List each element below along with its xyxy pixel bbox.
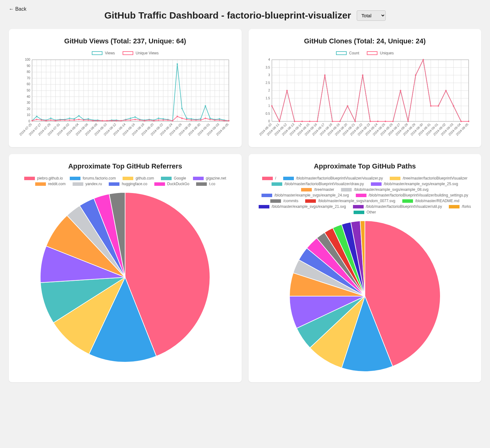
data-point[interactable]	[88, 119, 89, 121]
legend-item[interactable]: t.co	[196, 182, 215, 186]
data-point[interactable]	[415, 75, 416, 76]
legend-item[interactable]: reddit.com	[35, 182, 66, 186]
legend-item[interactable]: /blob/master/factorioBlueprintVisualizer…	[356, 193, 468, 197]
data-point[interactable]	[130, 118, 131, 119]
data-point[interactable]	[392, 121, 394, 122]
legend-item[interactable]: huggingface.co	[109, 182, 147, 186]
data-point[interactable]	[78, 115, 80, 116]
data-point[interactable]	[158, 118, 159, 119]
legend-item[interactable]: piebro.github.io	[24, 176, 63, 180]
data-point[interactable]	[332, 121, 333, 122]
data-point[interactable]	[228, 120, 229, 121]
data-point[interactable]	[191, 119, 192, 121]
metric-select[interactable]: Total	[357, 10, 386, 21]
data-point[interactable]	[36, 116, 37, 117]
data-point[interactable]	[468, 121, 469, 122]
data-point[interactable]	[219, 119, 220, 121]
data-point[interactable]	[172, 120, 173, 121]
data-point[interactable]	[301, 121, 303, 122]
data-point[interactable]	[50, 119, 52, 121]
legend-item[interactable]: /blob/master/example_svgs/example_25.svg	[371, 182, 458, 186]
data-point[interactable]	[205, 105, 206, 107]
data-point[interactable]	[177, 116, 178, 117]
data-point[interactable]	[205, 118, 206, 119]
legend-item[interactable]: /blob/master/factorioBlueprintVisualizer…	[353, 204, 442, 209]
data-point[interactable]	[162, 118, 164, 119]
data-point[interactable]	[347, 105, 348, 107]
legend-item[interactable]: /blob/master/example_svgs/example_08.svg	[341, 187, 428, 192]
data-point[interactable]	[377, 121, 378, 122]
data-point[interactable]	[385, 121, 386, 122]
legend-item[interactable]: /blob/master/example_svgs/example_21.svg	[259, 204, 346, 209]
data-point[interactable]	[181, 108, 183, 109]
legend-item[interactable]: yandex.ru	[73, 182, 102, 186]
data-point[interactable]	[46, 120, 47, 121]
data-point[interactable]	[158, 119, 159, 121]
legend-item[interactable]: Count	[336, 51, 359, 55]
data-point[interactable]	[107, 120, 108, 121]
legend-item[interactable]: Unique Views	[123, 51, 159, 55]
data-point[interactable]	[153, 120, 155, 121]
data-point[interactable]	[64, 119, 65, 121]
data-point[interactable]	[445, 90, 446, 91]
data-point[interactable]	[139, 119, 140, 121]
data-point[interactable]	[209, 118, 211, 119]
data-point[interactable]	[111, 120, 112, 121]
data-point[interactable]	[31, 120, 33, 121]
data-point[interactable]	[191, 118, 192, 119]
data-point[interactable]	[339, 121, 340, 122]
data-point[interactable]	[460, 121, 461, 122]
legend-item[interactable]: /tree/master/factorioBlueprintVisualizer	[390, 176, 467, 180]
legend-item[interactable]: github.com	[123, 176, 154, 180]
legend-item[interactable]: /forks	[449, 204, 471, 209]
data-point[interactable]	[144, 120, 145, 121]
data-point[interactable]	[78, 119, 80, 120]
data-point[interactable]	[50, 118, 52, 119]
data-point[interactable]	[324, 75, 325, 76]
data-point[interactable]	[286, 90, 288, 91]
legend-item[interactable]: gigazine.net	[193, 176, 226, 180]
data-point[interactable]	[120, 120, 122, 121]
legend-item[interactable]: /	[262, 176, 276, 180]
data-point[interactable]	[209, 119, 211, 120]
data-point[interactable]	[92, 120, 94, 121]
data-point[interactable]	[438, 105, 439, 107]
data-point[interactable]	[135, 119, 136, 120]
data-point[interactable]	[219, 118, 220, 119]
legend-item[interactable]: Views	[92, 51, 115, 55]
data-point[interactable]	[354, 121, 355, 122]
data-point[interactable]	[74, 119, 75, 121]
legend-item[interactable]: /commits	[270, 199, 298, 203]
data-point[interactable]	[55, 120, 56, 121]
data-point[interactable]	[167, 119, 168, 121]
data-point[interactable]	[69, 119, 70, 121]
data-point[interactable]	[200, 118, 201, 119]
data-point[interactable]	[186, 118, 187, 119]
data-point[interactable]	[294, 121, 295, 122]
legend-item[interactable]: DuckDuckGo	[154, 182, 190, 186]
data-point[interactable]	[422, 59, 424, 60]
data-point[interactable]	[102, 120, 103, 121]
data-point[interactable]	[135, 116, 136, 118]
data-point[interactable]	[181, 118, 183, 119]
data-point[interactable]	[200, 119, 201, 121]
data-point[interactable]	[309, 121, 310, 122]
data-point[interactable]	[177, 64, 178, 65]
data-point[interactable]	[149, 119, 150, 121]
data-point[interactable]	[271, 105, 273, 107]
data-point[interactable]	[130, 119, 131, 121]
legend-item[interactable]: /blob/master/example_svgs/random_0077.sv…	[305, 199, 395, 203]
data-point[interactable]	[453, 105, 454, 107]
data-point[interactable]	[195, 119, 197, 121]
data-point[interactable]	[74, 118, 75, 119]
data-point[interactable]	[407, 121, 409, 122]
legend-item[interactable]: Other	[354, 210, 376, 214]
data-point[interactable]	[279, 121, 280, 122]
data-point[interactable]	[88, 118, 89, 119]
legend-item[interactable]: Uniques	[367, 51, 394, 55]
data-point[interactable]	[317, 121, 318, 122]
legend-item[interactable]: /blob/master/example_svgs/example_24.svg	[262, 193, 349, 197]
legend-item[interactable]: /blob/master/factorioBlueprintVisualizer…	[283, 176, 383, 180]
legend-item[interactable]: Google	[161, 176, 186, 180]
legend-item[interactable]: /blob/master/README.md	[402, 199, 460, 203]
